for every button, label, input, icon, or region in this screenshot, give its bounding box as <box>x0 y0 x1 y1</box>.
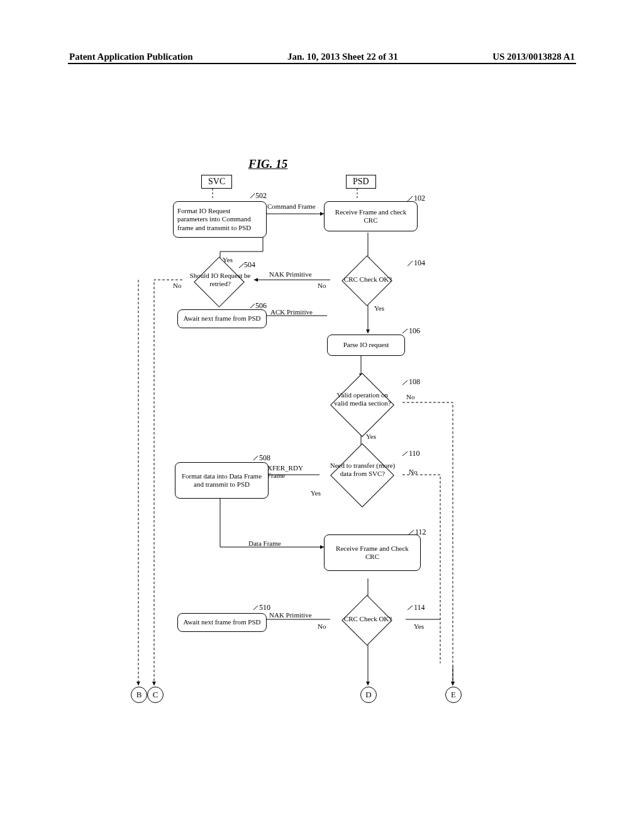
ref-504: 504 <box>244 260 255 270</box>
diamond-504 <box>194 257 245 307</box>
svg-line-19 <box>408 261 413 266</box>
svg-line-21 <box>402 380 408 385</box>
ref-104: 104 <box>414 258 425 268</box>
diamond-104 <box>341 255 392 306</box>
ref-108: 108 <box>409 377 420 387</box>
svg-line-13 <box>250 194 255 198</box>
ref-114: 114 <box>414 603 425 612</box>
diamond-110 <box>330 443 394 507</box>
ref-106: 106 <box>409 326 420 336</box>
ref-508: 508 <box>259 453 270 463</box>
header-right: US 2013/0013828 A1 <box>492 52 575 62</box>
svg-line-16 <box>253 456 258 460</box>
svg-line-15 <box>250 304 255 308</box>
label-command-frame: Command Frame <box>267 202 316 210</box>
label-114-no: No <box>318 622 326 630</box>
svg-line-18 <box>408 196 413 201</box>
label-114-yes: Yes <box>414 622 424 630</box>
connector-C: C <box>147 687 164 703</box>
ref-112: 112 <box>415 528 426 537</box>
lane-psd: PSD <box>346 175 376 189</box>
diamond-108 <box>330 373 394 437</box>
svg-line-14 <box>239 263 244 268</box>
label-104-yes: Yes <box>374 304 384 312</box>
svg-line-17 <box>253 606 258 610</box>
svg-line-22 <box>402 451 408 456</box>
box-508: Format data into Data Frame and transmit… <box>175 462 269 499</box>
label-ack: ACK Primitive <box>270 308 313 316</box>
box-502: Format IO Request parameters into Comman… <box>173 201 267 238</box>
box-102: Receive Frame and check CRC <box>324 201 418 231</box>
svg-line-20 <box>402 329 408 333</box>
connector-E: E <box>445 687 462 703</box>
label-108-yes: Yes <box>366 433 376 440</box>
box-510: Await next frame from PSD <box>177 613 267 632</box>
label-104-no: No <box>318 282 326 289</box>
box-506: Await next frame from PSD <box>177 309 267 328</box>
label-xfer: XFER_RDY Frame <box>267 464 311 479</box>
label-nak-1: NAK Primitive <box>269 270 312 278</box>
ref-110: 110 <box>409 449 420 458</box>
header-center: Jan. 10, 2013 Sheet 22 of 31 <box>287 52 398 62</box>
connector-B: B <box>131 687 147 703</box>
header-left: Patent Application Publication <box>69 52 193 62</box>
connector-D: D <box>360 687 377 703</box>
lane-svc: SVC <box>201 175 232 189</box>
label-108-no: No <box>406 393 414 401</box>
label-504-no: No <box>173 282 181 289</box>
svg-line-23 <box>409 530 414 534</box>
label-data-frame: Data Frame <box>248 540 281 547</box>
page-header: Patent Application Publication Jan. 10, … <box>69 52 575 64</box>
ref-102: 102 <box>414 194 425 203</box>
header-rule <box>68 63 576 64</box>
label-110-yes: Yes <box>311 489 321 497</box>
label-504-yes: Yes <box>223 256 233 263</box>
label-110-no: No <box>409 468 417 475</box>
flow-edges <box>0 0 644 830</box>
label-nak-2: NAK Primitive <box>269 611 312 619</box>
box-112: Receive Frame and Check CRC <box>324 534 421 571</box>
box-106: Parse IO request <box>327 335 405 356</box>
ref-502: 502 <box>255 191 267 201</box>
svg-line-24 <box>408 606 413 610</box>
ref-506: 506 <box>255 301 267 311</box>
figure-title: FIG. 15 <box>248 157 287 171</box>
diamond-114 <box>341 595 392 646</box>
